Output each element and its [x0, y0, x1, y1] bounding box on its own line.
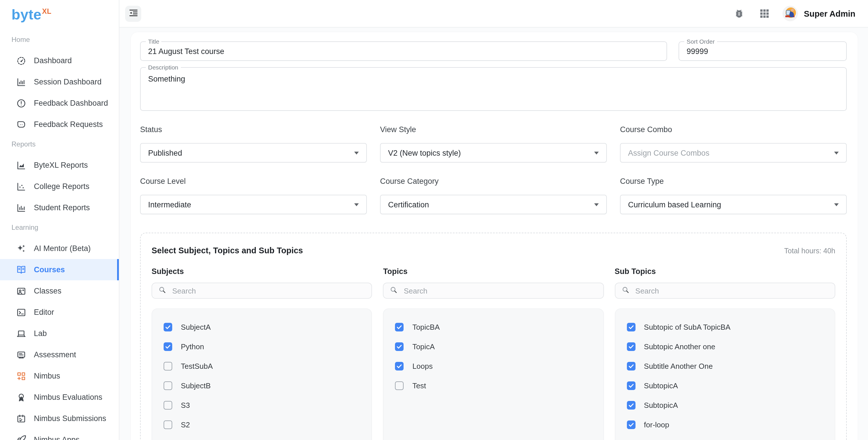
sub-topics-list: Subtopic of SubA TopicBASubtopic Another… [615, 309, 835, 440]
checkbox-unchecked[interactable] [164, 401, 172, 409]
sidebar-item-nimbus[interactable]: Nimbus [0, 365, 119, 387]
sidebar-item-label: Lab [34, 329, 47, 338]
sub-topics-search-input[interactable]: Search [615, 283, 835, 299]
checkbox-row[interactable]: SubjectA [164, 317, 372, 336]
search-placeholder: Search [172, 286, 196, 295]
course-level-select[interactable]: Intermediate [140, 195, 367, 214]
sidebar-item-courses[interactable]: Courses [0, 259, 119, 280]
checkbox-row[interactable]: SubtopicA [627, 395, 835, 415]
checkbox-unchecked[interactable] [395, 381, 404, 390]
checkbox-unchecked[interactable] [164, 361, 172, 370]
checkbox-checked[interactable] [627, 381, 635, 390]
bytexl-logo[interactable]: byteXL [0, 0, 119, 25]
sidebar-item-nimbus-apps[interactable]: Nimbus Apps [0, 429, 119, 440]
sidebar-item-label: Feedback Dashboard [34, 99, 108, 108]
checkbox-row[interactable]: S3 [164, 395, 372, 415]
checkbox-checked[interactable] [395, 361, 404, 370]
sidebar-item-label: Dashboard [34, 56, 72, 65]
sidebar-item-nimbus-evaluations[interactable]: Nimbus Evaluations [0, 387, 119, 408]
checkbox-checked[interactable] [627, 361, 635, 370]
checkbox-row[interactable]: SubjectB [164, 376, 372, 395]
description-field[interactable]: Description Something [140, 67, 847, 111]
alert-circle-icon [16, 98, 26, 108]
area-chart-icon [16, 160, 26, 170]
checkbox-row[interactable]: Test [395, 376, 603, 395]
checkbox-label: S3 [181, 401, 190, 409]
checkbox-row[interactable]: TopicA [395, 336, 603, 356]
sidebar-item-bytexl-reports[interactable]: ByteXL Reports [0, 154, 119, 176]
sidebar-item-student-reports[interactable]: Student Reports [0, 197, 119, 218]
sidebar-item-college-reports[interactable]: College Reports [0, 176, 119, 197]
status-select[interactable]: Published [140, 143, 367, 163]
sidebar-collapse-button[interactable] [125, 5, 141, 22]
topics-list: TopicBATopicALoopsTest [383, 309, 604, 440]
course-type-label: Course Type [620, 177, 847, 187]
sidebar-item-editor[interactable]: Editor [0, 301, 119, 323]
checkbox-checked[interactable] [627, 323, 635, 331]
subjects-search-input[interactable]: Search [152, 283, 372, 299]
sidebar-item-nimbus-submissions[interactable]: Nimbus Submissions [0, 408, 119, 429]
sidebar-item-label: Nimbus Apps [34, 435, 80, 440]
sidebar-item-dashboard[interactable]: Dashboard [0, 50, 119, 71]
book-open-icon [16, 265, 26, 275]
checkbox-row[interactable]: for-loop [627, 415, 835, 434]
checkbox-unchecked[interactable] [164, 381, 172, 390]
checkbox-row[interactable]: S1 [164, 434, 372, 440]
column-header: Subjects [152, 267, 372, 277]
rocket-icon [16, 435, 26, 440]
checkbox-checked[interactable] [395, 342, 404, 351]
checkbox-checked[interactable] [164, 342, 172, 351]
sort-order-field[interactable]: Sort Order 99999 [679, 41, 847, 61]
checkbox-row[interactable]: SubtopicA [627, 376, 835, 395]
column-chart-icon [16, 77, 26, 87]
course-category-select[interactable]: Certification [380, 195, 607, 214]
topbar: Super Admin [119, 0, 868, 28]
assessment-icon [16, 350, 26, 360]
checkbox-label: Test [412, 381, 426, 390]
user-name[interactable]: Super Admin [804, 9, 856, 18]
checkbox-checked[interactable] [627, 342, 635, 351]
sidebar-item-ai-mentor-beta[interactable]: AI Mentor (Beta) [0, 238, 119, 259]
user-avatar[interactable] [783, 6, 798, 21]
picker-title: Select Subject, Topics and Sub Topics [152, 246, 303, 255]
debug-icon[interactable] [733, 8, 745, 19]
nav-section-label: Reports [11, 140, 119, 148]
checkbox-row[interactable]: Subtitle Another One [627, 356, 835, 376]
search-placeholder: Search [404, 286, 427, 295]
checkbox-row[interactable]: Loops [395, 356, 603, 376]
checkbox-row[interactable]: Subtopic of SubA TopicBA [627, 317, 835, 336]
apps-grid-icon[interactable] [758, 8, 770, 19]
title-field[interactable]: Title 21 August Test course [140, 41, 667, 61]
sidebar-item-label: Nimbus Submissions [34, 414, 106, 423]
title-field-value: 21 August Test course [141, 42, 666, 61]
speedometer-icon [16, 55, 26, 66]
checkbox-checked[interactable] [627, 401, 635, 409]
checkbox-row[interactable]: TestSubA [164, 356, 372, 376]
checkbox-checked[interactable] [395, 323, 404, 331]
sidebar-item-assessment[interactable]: Assessment [0, 344, 119, 365]
sidebar-nav: HomeDashboardSession DashboardFeedback D… [0, 36, 119, 440]
checkbox-row[interactable]: Subtopic Another one [627, 336, 835, 356]
course-type-select[interactable]: Curriculum based Learning [620, 195, 847, 214]
checkbox-checked[interactable] [164, 323, 172, 331]
title-field-label: Title [146, 38, 162, 45]
sidebar-item-session-dashboard[interactable]: Session Dashboard [0, 71, 119, 92]
sidebar-item-feedback-requests[interactable]: Feedback Requests [0, 114, 119, 135]
view-style-select[interactable]: V2 (New topics style) [380, 143, 607, 163]
picker-column-topics: TopicsSearchTopicBATopicALoopsTest [383, 267, 604, 440]
checkbox-label: S2 [181, 420, 190, 429]
checkbox-unchecked[interactable] [164, 420, 172, 429]
checkbox-checked[interactable] [627, 420, 635, 429]
topbar-right-cluster: Super Admin [720, 6, 856, 21]
checkbox-row[interactable]: S2 [164, 415, 372, 434]
chevron-down-icon [834, 203, 839, 206]
course-combo-group: Course Combo Assign Course Combos [620, 125, 847, 163]
sidebar-item-feedback-dashboard[interactable]: Feedback Dashboard [0, 92, 119, 114]
course-category-label: Course Category [380, 177, 607, 187]
sidebar-item-lab[interactable]: Lab [0, 323, 119, 344]
checkbox-row[interactable]: Python [164, 336, 372, 356]
checkbox-row[interactable]: TopicBA [395, 317, 603, 336]
course-combo-select[interactable]: Assign Course Combos [620, 143, 847, 163]
sidebar-item-classes[interactable]: Classes [0, 280, 119, 301]
topics-search-input[interactable]: Search [383, 283, 604, 299]
